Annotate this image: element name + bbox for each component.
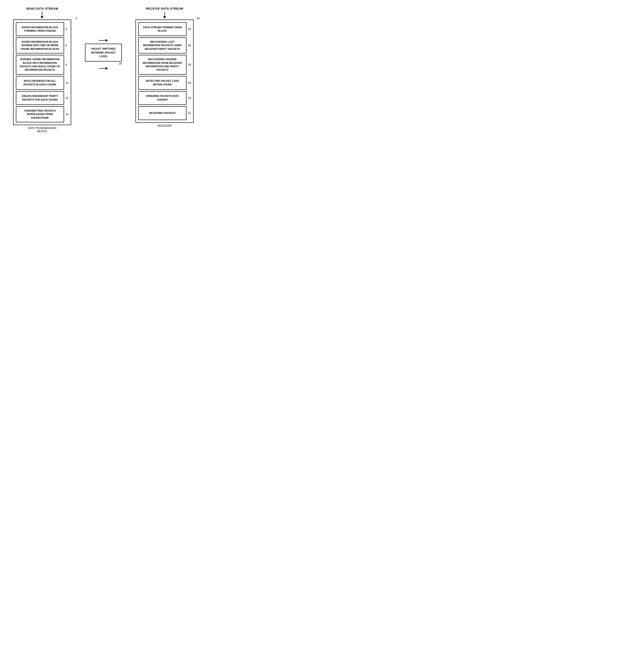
step-box-32: DATA STREAM FORMING FROM BLOCK (138, 22, 187, 36)
send-title: SEND DATA STREAM (26, 7, 58, 10)
step-number-30: 30 (188, 44, 191, 47)
step-number-4: 4 (66, 27, 67, 31)
step-number-10: 10 (66, 81, 69, 85)
send-corner-number: 2 (76, 17, 77, 20)
step-row-6: SUPER INFORMATION BLOCK DIVIDING INTO ON… (16, 37, 69, 53)
step-box-24: ORDERING PACKETS INTO CHUNKS (138, 91, 187, 105)
send-column: SEND DATA STREAM 2 SUPER INFORMATION BLO… (13, 7, 71, 133)
step-row-28: RECOVERING HEADER INFORMATION FROM RECEI… (138, 55, 191, 75)
step-number-8: 8 (66, 63, 67, 66)
step-box-22: RECEIVING PACKETS (138, 106, 187, 120)
step-row-10: BUILD HEADERS FOR ALL PACKETS IN EACH CH… (16, 76, 69, 90)
send-arrow (41, 12, 43, 19)
send-outer-box: 2 SUPER INFORMATION BLOCK FORMING FROM S… (13, 19, 71, 125)
step-box-12: CREATE REDUNDANT PARITY PACKETS FOR EACH… (16, 91, 64, 105)
step-row-14: TRANSMITTING PACKETS INTERLEAVED FROM SU… (16, 106, 69, 122)
network-container: PACKET SWITCHED NETWORK (PACKET LOSS) 16 (85, 39, 122, 70)
step-number-26: 26 (188, 81, 191, 85)
network-box: PACKET SWITCHED NETWORK (PACKET LOSS) (85, 43, 122, 62)
step-number-24: 24 (188, 96, 191, 100)
receive-outer-box: 20 DATA STREAM FORMING FROM BLOCK 32 REC… (135, 19, 194, 123)
step-box-30: RECOVERING LOST INFORMATION PACKETS USIN… (138, 37, 187, 53)
step-row-26: DETECTING PACKET LOSS WITHIN CHUNK 26 (138, 76, 191, 90)
step-number-6: 6 (66, 44, 67, 47)
step-row-12: CREATE REDUNDANT PARITY PACKETS FOR EACH… (16, 91, 69, 105)
step-row-32: DATA STREAM FORMING FROM BLOCK 32 (138, 22, 191, 36)
step-box-8: DIVIDING CHUNK INFORMATION BLOCK INTO IN… (16, 55, 64, 75)
step-number-32: 32 (188, 27, 191, 31)
step-box-4: SUPER INFORMATION BLOCK FORMING FROM STR… (16, 22, 64, 36)
step-box-26: DETECTING PACKET LOSS WITHIN CHUNK (138, 76, 187, 90)
step-row-8: DIVIDING CHUNK INFORMATION BLOCK INTO IN… (16, 55, 69, 75)
step-box-10: BUILD HEADERS FOR ALL PACKETS IN EACH CH… (16, 76, 64, 90)
network-number: 16 (85, 62, 122, 65)
step-number-14: 14 (66, 113, 69, 116)
step-box-28: RECOVERING HEADER INFORMATION FROM RECEI… (138, 55, 187, 75)
middle-col: PACKET SWITCHED NETWORK (PACKET LOSS) 16 (85, 7, 122, 70)
receive-column: RECEIVE DATA STREAM 20 DATA STREAM FORMI… (135, 7, 194, 127)
step-row-22: RECEIVING PACKETS 22 (138, 106, 191, 120)
step-number-22: 22 (188, 112, 191, 115)
step-number-12: 12 (66, 96, 69, 100)
step-row-4: SUPER INFORMATION BLOCK FORMING FROM STR… (16, 22, 69, 36)
send-bottom-label: DATA TRANSMISSION DEVICE (28, 126, 56, 133)
receive-corner-number: 20 (197, 17, 200, 20)
step-number-28: 28 (188, 63, 191, 66)
receive-title: RECEIVE DATA STREAM (146, 7, 183, 10)
receive-arrow (163, 12, 166, 19)
step-row-30: RECOVERING LOST INFORMATION PACKETS USIN… (138, 37, 191, 53)
step-row-24: ORDERING PACKETS INTO CHUNKS 24 (138, 91, 191, 105)
step-box-6: SUPER INFORMATION BLOCK DIVIDING INTO ON… (16, 37, 64, 53)
receive-bottom-label: RECEIVER (158, 124, 172, 127)
step-box-14: TRANSMITTING PACKETS INTERLEAVED FROM SU… (16, 106, 64, 122)
